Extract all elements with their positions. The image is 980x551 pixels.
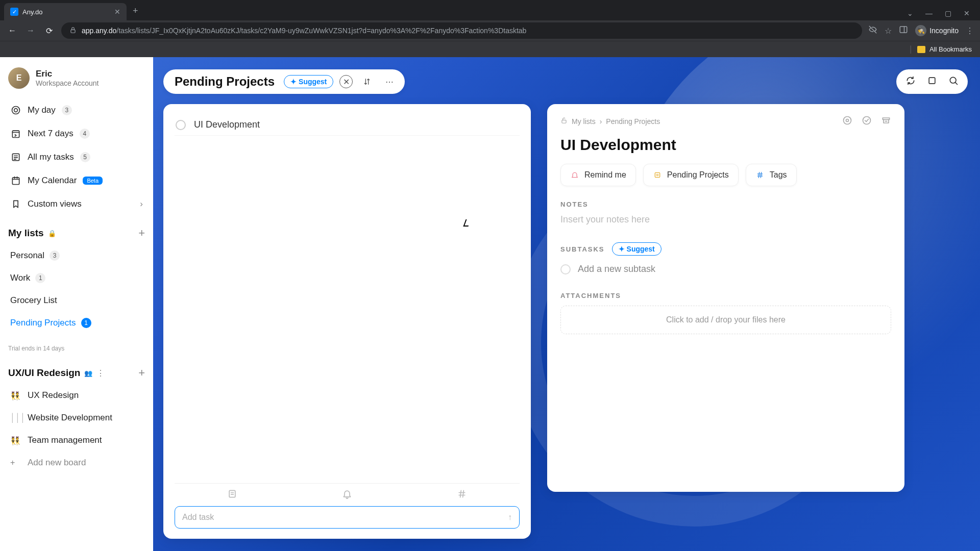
add-task-input-wrap[interactable]: ↑ [175, 506, 520, 529]
lock-open-icon [560, 117, 568, 126]
svg-rect-0 [71, 30, 75, 33]
subtask-suggest-button[interactable]: ✦ Suggest [612, 242, 662, 256]
nav-my-day[interactable]: My day 3 [8, 100, 145, 120]
people-icon: 👥 [84, 369, 92, 377]
browser-menu-icon[interactable]: ⋮ [966, 26, 974, 36]
task-row[interactable]: UI Development [175, 114, 520, 136]
more-icon[interactable]: ⋯ [381, 73, 398, 90]
incognito-icon: 🕵 [915, 25, 926, 36]
top-right-actions [896, 69, 968, 94]
reload-button[interactable]: ⟳ [43, 26, 55, 36]
check-circle-icon[interactable] [862, 115, 872, 127]
filter-close-icon[interactable]: ✕ [339, 75, 353, 88]
submit-task-icon[interactable]: ↑ [508, 513, 512, 522]
favicon-icon: ✓ [10, 8, 18, 16]
side-panel-icon[interactable] [899, 25, 908, 36]
add-board-button[interactable]: + [138, 366, 145, 380]
trial-notice: Trial ends in 14 days [8, 345, 145, 352]
forward-button[interactable]: → [24, 26, 37, 35]
svg-rect-1 [900, 27, 907, 33]
list-pending-projects[interactable]: Pending Projects 1 [8, 313, 145, 333]
address-bar[interactable]: app.any.do/tasks/lists/JF_Ix0QxKjtjnA2to… [61, 22, 862, 39]
page-title: Pending Projects [175, 74, 275, 89]
eye-off-icon[interactable] [868, 25, 877, 36]
svg-rect-14 [929, 78, 935, 84]
workspace-header: UX/UI Redesign 👥 ⋮ + [8, 366, 145, 380]
bookmarks-bar: │ All Bookmarks [0, 41, 980, 57]
add-new-board[interactable]: + Add new board [8, 453, 145, 472]
back-button[interactable]: ← [6, 26, 18, 35]
tab-title: Any.do [22, 8, 43, 16]
svg-line-22 [460, 490, 461, 497]
detail-title[interactable]: UI Development [560, 136, 891, 154]
bookmark-star-icon[interactable]: ☆ [885, 26, 892, 36]
chip-list[interactable]: Pending Projects [643, 164, 739, 186]
svg-point-4 [14, 109, 18, 112]
target-icon [10, 105, 21, 116]
sort-icon[interactable] [359, 73, 375, 90]
incognito-indicator[interactable]: 🕵 Incognito [915, 25, 959, 36]
svg-rect-10 [12, 178, 19, 184]
chip-tags[interactable]: Tags [746, 164, 797, 186]
lock-icon [69, 27, 77, 35]
add-list-button[interactable]: + [138, 227, 145, 240]
window-minimize-icon[interactable]: — [925, 9, 933, 17]
list-work[interactable]: Work 1 [8, 268, 145, 288]
list-header: Pending Projects ✦ Suggest ✕ ⋯ [163, 69, 405, 94]
target-icon[interactable] [842, 115, 852, 127]
browser-tab[interactable]: ✓ Any.do ✕ [4, 3, 127, 20]
list-personal[interactable]: Personal 3 [8, 246, 145, 265]
svg-line-23 [463, 490, 464, 497]
new-tab-button[interactable]: + [127, 2, 144, 20]
add-subtask-row[interactable]: Add a new subtask [560, 264, 891, 274]
nav-my-calendar[interactable]: My Calendar Beta [8, 170, 145, 191]
nav-custom-views[interactable]: Custom views › [8, 194, 145, 214]
bookmark-icon [10, 198, 21, 210]
note-icon[interactable] [227, 489, 237, 501]
sync-icon[interactable] [905, 76, 916, 88]
board-website-dev[interactable]: │││ Website Development [8, 408, 145, 428]
list-icon [653, 170, 662, 180]
sparkle-icon: ✦ [619, 245, 625, 253]
suggest-button[interactable]: ✦ Suggest [284, 75, 333, 88]
svg-line-16 [955, 82, 957, 84]
task-list-card: UI Development ↑ [163, 104, 531, 539]
notes-input[interactable]: Insert your notes here [560, 214, 891, 225]
add-task-icons [175, 483, 520, 506]
board-ux-redesign[interactable]: 👯 UX Redesign [8, 386, 145, 405]
tab-search-icon[interactable]: ⌄ [907, 9, 913, 17]
bell-icon[interactable] [342, 489, 352, 501]
sidebar: E Eric Workspace Account My day 3 Next 7… [0, 57, 153, 551]
breadcrumb-list[interactable]: Pending Projects [606, 117, 660, 126]
window-maximize-icon[interactable]: ▢ [945, 9, 951, 17]
user-name: Eric [36, 69, 99, 79]
chip-remind[interactable]: Remind me [560, 164, 636, 186]
archive-icon[interactable] [881, 115, 891, 127]
board-icon: 👯 [10, 436, 21, 445]
browser-tab-bar: ✓ Any.do ✕ + ⌄ — ▢ ✕ [0, 0, 980, 20]
window-close-icon[interactable]: ✕ [964, 9, 970, 17]
svg-point-27 [863, 117, 871, 124]
list-grocery[interactable]: Grocery List [8, 291, 145, 310]
nav-next-7-days[interactable]: Next 7 days 4 [8, 123, 145, 144]
svg-rect-29 [655, 172, 659, 177]
nav-all-tasks[interactable]: All my tasks 5 [8, 147, 145, 167]
layout-icon[interactable] [927, 76, 937, 88]
board-team-mgmt[interactable]: 👯 Team management [8, 431, 145, 450]
calendar-icon [10, 175, 21, 186]
task-checkbox[interactable] [176, 120, 186, 130]
attachments-label: ATTACHMENTS [560, 292, 891, 299]
subtask-checkbox[interactable] [560, 264, 571, 274]
add-task-input[interactable] [182, 513, 503, 522]
workspace-menu-icon[interactable]: ⋮ [96, 368, 105, 378]
board-icon: 👯 [10, 391, 21, 400]
svg-point-3 [12, 107, 20, 114]
breadcrumb-root[interactable]: My lists [572, 117, 596, 126]
hash-icon[interactable] [457, 489, 467, 501]
profile-block[interactable]: E Eric Workspace Account [8, 67, 145, 89]
search-icon[interactable] [948, 76, 959, 88]
tab-close-icon[interactable]: ✕ [114, 8, 120, 16]
attachments-dropzone[interactable]: Click to add / drop your files here [560, 306, 891, 334]
bookmark-folder-icon [917, 46, 925, 53]
all-bookmarks-button[interactable]: All Bookmarks [929, 45, 972, 53]
